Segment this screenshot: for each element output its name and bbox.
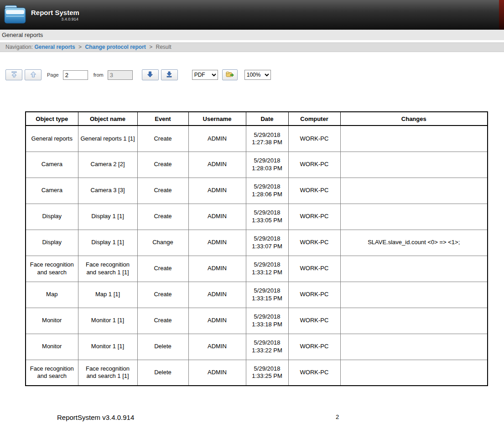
cell-username: ADMIN — [188, 126, 246, 152]
cell-object-type: Monitor — [26, 334, 78, 360]
table-row: Camera Camera 2 [2] Create ADMIN 5/29/20… — [26, 152, 488, 178]
cell-computer: WORK-PC — [288, 178, 340, 204]
cell-object-name: Face recognition and search 1 [1] — [78, 256, 137, 282]
cell-computer: WORK-PC — [288, 126, 340, 152]
report-table-body: General reports General reports 1 [1] Cr… — [26, 126, 488, 386]
breadcrumb-separator: > — [149, 44, 152, 50]
cell-date: 5/29/20181:33:18 PM — [246, 308, 288, 334]
cell-object-type: General reports — [26, 126, 78, 152]
current-page-input[interactable] — [63, 70, 88, 80]
app-header: Report System 3.4.0.914 — [0, 0, 504, 30]
cell-computer: WORK-PC — [288, 256, 340, 282]
cell-object-name: Monitor 1 [1] — [78, 308, 137, 334]
column-header-object-name: Object name — [78, 112, 137, 126]
report-toolbar: Page from PDF 100% — [0, 68, 504, 81]
cell-object-name: Face recognition and search 1 [1] — [78, 360, 137, 386]
table-row: Face recognition and search Face recogni… — [26, 360, 488, 386]
first-page-button[interactable] — [5, 69, 22, 80]
cell-event: Create — [137, 256, 188, 282]
cell-object-type: Face recognition and search — [26, 256, 78, 282]
table-row: Face recognition and search Face recogni… — [26, 256, 488, 282]
cell-changes — [340, 256, 488, 282]
cell-event: Create — [137, 126, 188, 152]
cell-date: 5/29/20181:33:22 PM — [246, 334, 288, 360]
cell-changes — [340, 360, 488, 386]
total-pages-input — [108, 70, 133, 80]
cell-username: ADMIN — [188, 230, 246, 256]
cell-object-type: Monitor — [26, 308, 78, 334]
breadcrumb-separator: > — [78, 44, 82, 50]
arrow-down-icon — [147, 71, 153, 79]
table-row: Display Display 1 [1] Create ADMIN 5/29/… — [26, 204, 488, 230]
cell-username: ADMIN — [188, 204, 246, 230]
breadcrumb-current: Result — [156, 44, 171, 50]
table-row: Map Map 1 [1] Create ADMIN 5/29/20181:33… — [26, 282, 488, 308]
section-title: General reports — [0, 30, 504, 40]
cell-date: 5/29/20181:33:15 PM — [246, 282, 288, 308]
header-accent-stripe — [499, 0, 504, 30]
app-title-block: Report System 3.4.0.914 — [31, 9, 79, 21]
cell-date: 5/29/20181:28:03 PM — [246, 152, 288, 178]
cell-event: Create — [137, 152, 188, 178]
app-title: Report System — [31, 9, 79, 16]
arrow-up-bar-icon — [11, 71, 17, 79]
cell-object-type: Camera — [26, 152, 78, 178]
cell-changes — [340, 308, 488, 334]
cell-username: ADMIN — [188, 152, 246, 178]
cell-changes — [340, 126, 488, 152]
breadcrumb-link-change-protocol-report[interactable]: Change protocol report — [85, 44, 145, 50]
arrow-down-bar-icon — [166, 71, 172, 79]
column-header-username: Username — [188, 112, 246, 126]
cell-object-type: Display — [26, 204, 78, 230]
change-protocol-report-table: Object type Object name Event Username D… — [25, 111, 488, 386]
next-page-button[interactable] — [142, 69, 159, 80]
arrow-up-icon — [30, 71, 36, 79]
cell-username: ADMIN — [188, 178, 246, 204]
cell-date: 5/29/20181:28:06 PM — [246, 178, 288, 204]
breadcrumb-link-general-reports[interactable]: General reports — [34, 44, 75, 50]
cell-event: Delete — [137, 334, 188, 360]
zoom-select[interactable]: 100% — [244, 70, 271, 80]
table-row: Monitor Monitor 1 [1] Create ADMIN 5/29/… — [26, 308, 488, 334]
cell-username: ADMIN — [188, 334, 246, 360]
cell-changes — [340, 152, 488, 178]
cell-object-type: Map — [26, 282, 78, 308]
page-label: Page — [47, 72, 59, 78]
breadcrumb-label: Navigation: — [5, 44, 33, 50]
cell-computer: WORK-PC — [288, 360, 340, 386]
cell-changes — [340, 204, 488, 230]
column-header-object-type: Object type — [26, 112, 78, 126]
export-format-select[interactable]: PDF — [192, 70, 218, 80]
cell-computer: WORK-PC — [288, 204, 340, 230]
footer-page-number: 2 — [336, 414, 339, 420]
cell-date: 5/29/20181:27:38 PM — [246, 126, 288, 152]
cell-object-name: Map 1 [1] — [78, 282, 137, 308]
column-header-date: Date — [246, 112, 288, 126]
column-header-event: Event — [137, 112, 188, 126]
cell-event: Change — [137, 230, 188, 256]
cell-computer: WORK-PC — [288, 308, 340, 334]
cell-date: 5/29/20181:33:05 PM — [246, 204, 288, 230]
cell-changes: SLAVE.slave_id.count <0> => <1>; — [340, 230, 488, 256]
cell-object-name: General reports 1 [1] — [78, 126, 137, 152]
last-page-button[interactable] — [161, 69, 178, 80]
cell-date: 5/29/20181:33:07 PM — [246, 230, 288, 256]
cell-object-name: Camera 2 [2] — [78, 152, 137, 178]
cell-event: Delete — [137, 360, 188, 386]
column-header-computer: Computer — [288, 112, 340, 126]
cell-username: ADMIN — [188, 308, 246, 334]
cell-computer: WORK-PC — [288, 152, 340, 178]
cell-date: 5/29/20181:33:12 PM — [246, 256, 288, 282]
footer-app-label: ReportSystem v3.4.0.914 — [57, 414, 134, 421]
table-row: Camera Camera 3 [3] Create ADMIN 5/29/20… — [26, 178, 488, 204]
previous-page-button[interactable] — [25, 69, 42, 80]
cell-computer: WORK-PC — [288, 334, 340, 360]
cell-changes — [340, 334, 488, 360]
cell-event: Create — [137, 308, 188, 334]
report-folder-icon — [4, 4, 26, 27]
cell-event: Create — [137, 204, 188, 230]
cell-event: Create — [137, 178, 188, 204]
cell-computer: WORK-PC — [288, 282, 340, 308]
export-button[interactable] — [222, 69, 238, 80]
cell-date: 5/29/20181:33:25 PM — [246, 360, 288, 386]
